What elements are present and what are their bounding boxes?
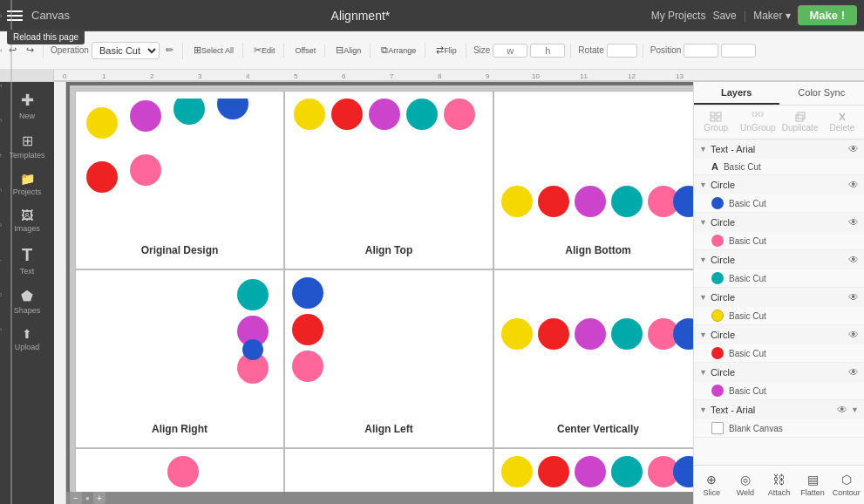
document-title: Alignment* [78, 9, 643, 23]
circle-yellow-label: Circle [711, 292, 845, 303]
slice-button[interactable]: ⊕ Slice [696, 469, 728, 501]
layer-actions-bar: Group UnGroup Duplicate Delete [694, 106, 864, 140]
design-align-bottom-shapes [501, 99, 693, 242]
layer-item-circle-purple[interactable]: Basic Cut [694, 382, 864, 399]
ungroup-button[interactable]: UnGroup [738, 109, 778, 135]
eye-icon[interactable]: 👁 [848, 366, 859, 378]
rotate-input[interactable] [607, 44, 637, 58]
zoom-minus-button[interactable]: − [70, 492, 82, 504]
sidebar-item-projects-label: Projects [13, 187, 42, 196]
layer-item-circle-yellow[interactable]: Basic Cut [694, 307, 864, 324]
weld-button[interactable]: ◎ Weld [730, 469, 762, 501]
delete-button[interactable]: Delete [822, 109, 862, 135]
main-area: ✚ New ⊞ Templates 📁 Projects 🖼 Images T … [0, 82, 864, 504]
design-align-top[interactable]: Align Top [284, 91, 493, 269]
chevron-icon: ▼ [699, 368, 707, 377]
svg-text:13: 13 [676, 72, 684, 80]
svg-point-43 [237, 279, 269, 310]
text-arial-2-label: Text - Arial [711, 405, 833, 415]
layer-item-circle-blue[interactable]: Basic Cut [694, 194, 864, 212]
text-arial-1-label: Text - Arial [711, 144, 845, 154]
design-align-right[interactable]: Align Right [75, 269, 284, 448]
eye-icon[interactable]: 👁 [848, 254, 859, 266]
circle-blue-swatch [711, 197, 724, 209]
layer-item-circle-pink[interactable]: Basic Cut [694, 232, 864, 249]
svg-rect-75 [717, 112, 721, 116]
eye-icon[interactable]: 👁 [848, 291, 859, 303]
blank-canvas-swatch [711, 422, 724, 434]
eye-icon[interactable]: 👁 [848, 216, 859, 228]
design-center-vertically[interactable]: Center Vertically [493, 269, 693, 448]
layer-group-circle-purple-header[interactable]: ▼ Circle 👁 [694, 363, 864, 382]
svg-text:3: 3 [0, 119, 3, 122]
flip-button[interactable]: ⇄Flip [432, 43, 460, 58]
design-original[interactable]: Original Design [75, 91, 284, 269]
pos-x-input[interactable] [684, 44, 718, 58]
layer-item-circle-teal[interactable]: Basic Cut [694, 269, 864, 287]
chevron-icon: ▼ [699, 180, 707, 189]
arrange-button[interactable]: ⧉Arrange [378, 43, 419, 58]
save-button[interactable]: Save [712, 10, 736, 22]
chevron-icon: ▼ [699, 293, 707, 302]
svg-text:6: 6 [0, 223, 3, 227]
offset-button[interactable]: Offset [291, 44, 319, 57]
layer-group-circle-yellow: ▼ Circle 👁 Basic Cut [694, 288, 864, 325]
pos-y-input[interactable] [721, 44, 756, 58]
sidebar-item-images-label: Images [14, 224, 40, 233]
select-all-button[interactable]: ⊞Select All [190, 43, 237, 58]
canvas-inner: Original Design [70, 85, 693, 504]
layer-group-circle-pink-header[interactable]: ▼ Circle 👁 [694, 213, 864, 232]
svg-point-31 [130, 154, 161, 186]
redo-button[interactable]: ↪ [23, 43, 37, 58]
layers-list: ▼ Text - Arial 👁 A Basic Cut ▼ Circle 👁 [694, 140, 864, 465]
layer-group-text-arial-2-header[interactable]: ▼ Text - Arial 👁 ▼ [694, 400, 864, 419]
layer-group-circle-blue-header[interactable]: ▼ Circle 👁 [694, 175, 864, 194]
maker-button[interactable]: Maker ▾ [753, 10, 790, 22]
tab-layers[interactable]: Layers [694, 82, 779, 105]
layer-group-circle-yellow-header[interactable]: ▼ Circle 👁 [694, 288, 864, 307]
eye-icon[interactable]: 👁 [848, 143, 859, 155]
chevron-icon: ▼ [699, 145, 707, 153]
layer-item-circle-red[interactable]: Basic Cut [694, 344, 864, 362]
my-projects-button[interactable]: My Projects [651, 10, 706, 22]
height-input[interactable] [530, 44, 565, 58]
layer-group-text-arial-1-header[interactable]: ▼ Text - Arial 👁 [694, 140, 864, 159]
contour-button[interactable]: ⬡ Contour [830, 469, 862, 501]
edit-button[interactable]: ✏ [162, 43, 177, 58]
attach-button[interactable]: ⛓ Attach [763, 469, 795, 501]
design-align-bottom[interactable]: Align Bottom [493, 91, 693, 269]
make-button[interactable]: Make ! [798, 5, 857, 25]
text-icon: T [22, 245, 32, 265]
toolbar-edit: ✂Edit [250, 43, 285, 58]
tab-color-sync[interactable]: Color Sync [779, 82, 865, 105]
width-input[interactable] [493, 44, 527, 58]
operation-select[interactable]: Basic Cut [92, 42, 160, 59]
align-button[interactable]: ⊟Align [332, 43, 364, 58]
edit-scissors-button[interactable]: ✂Edit [250, 43, 279, 58]
toolbar-align: ⊟Align [332, 43, 371, 58]
layer-item-circle-pink-label: Basic Cut [729, 236, 859, 246]
svg-point-53 [611, 318, 643, 350]
eye-icon[interactable]: 👁 [837, 404, 847, 416]
size-label: Size [473, 45, 490, 55]
layer-group-circle-teal-header[interactable]: ▼ Circle 👁 [694, 250, 864, 269]
canvas-area[interactable]: Original Design [66, 82, 693, 504]
canvas-label: Canvas [31, 9, 70, 22]
svg-point-29 [217, 99, 248, 119]
duplicate-button[interactable]: Duplicate [780, 109, 820, 135]
layer-item-text-arial-2[interactable]: Blank Canvas [694, 419, 864, 437]
zoom-dot: ● [85, 494, 90, 502]
layer-group-text-arial-1: ▼ Text - Arial 👁 A Basic Cut [694, 140, 864, 175]
toolbar-operation: Operation Basic Cut ✏ [51, 42, 183, 59]
svg-point-38 [538, 186, 569, 217]
eye-icon[interactable]: 👁 [848, 329, 859, 341]
layer-item-text-arial-1[interactable]: A Basic Cut [694, 159, 864, 174]
group-button[interactable]: Group [696, 109, 736, 135]
zoom-plus-button[interactable]: + [93, 492, 105, 504]
flatten-button[interactable]: ▤ Flatten [797, 469, 829, 501]
design-align-left[interactable]: Align Left [284, 269, 493, 448]
circle-pink-label: Circle [711, 217, 845, 228]
design-center-vertically-shapes [501, 277, 693, 421]
layer-group-circle-red-header[interactable]: ▼ Circle 👁 [694, 325, 864, 344]
eye-icon[interactable]: 👁 [848, 179, 859, 191]
